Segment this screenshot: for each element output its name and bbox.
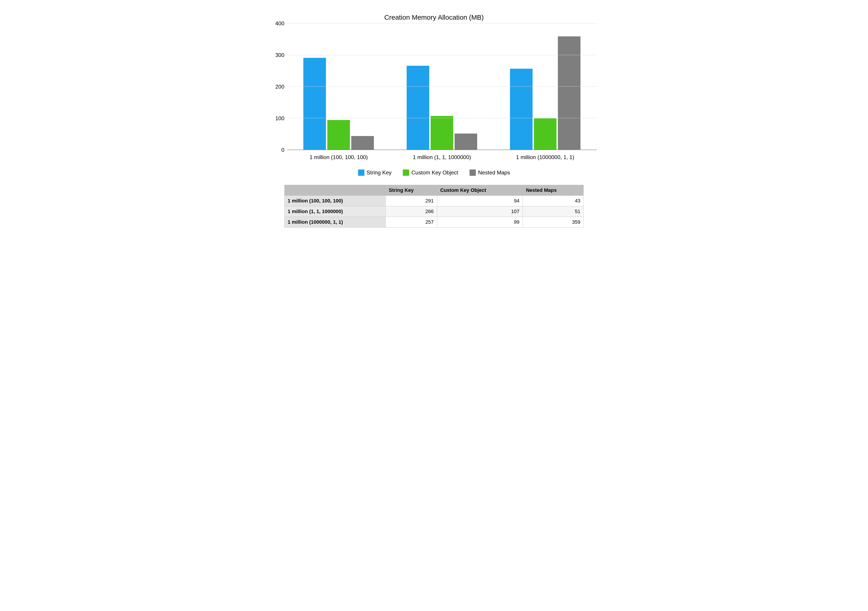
legend-swatch	[403, 170, 409, 176]
table-cell: 266	[386, 206, 437, 217]
table-cell: 43	[522, 196, 583, 206]
table-cell: 257	[386, 217, 437, 227]
y-tick: 400	[275, 20, 284, 27]
bar	[431, 116, 453, 150]
plot-area	[287, 23, 597, 150]
legend-swatch	[470, 170, 476, 176]
bar-groups	[287, 23, 597, 150]
row-header: 1 million (1000000, 1, 1)	[284, 217, 386, 227]
bar-group	[391, 23, 494, 150]
chart-area: 0100200300400	[271, 23, 597, 150]
legend-item: Custom Key Object	[403, 170, 458, 176]
chart-container: Creation Memory Allocation (MB) 01002003…	[271, 14, 597, 227]
grid-line	[287, 118, 597, 118]
grid-line	[287, 86, 597, 87]
table-row: 1 million (1, 1, 1000000)26610751	[284, 206, 584, 217]
legend-label: String Key	[367, 170, 392, 176]
bar	[327, 120, 350, 150]
bar	[303, 58, 326, 150]
legend-label: Custom Key Object	[411, 170, 458, 176]
table-cell: 291	[386, 196, 437, 206]
bar-group	[493, 23, 597, 150]
table-cell: 359	[522, 217, 583, 227]
legend-item: Nested Maps	[470, 170, 510, 176]
chart-title: Creation Memory Allocation (MB)	[271, 14, 597, 21]
col-header: Nested Maps	[522, 185, 583, 196]
row-header: 1 million (100, 100, 100)	[284, 196, 386, 206]
row-header: 1 million (1, 1, 1000000)	[284, 206, 386, 217]
bar	[558, 36, 580, 150]
table-cell: 107	[437, 206, 522, 217]
data-table: String Key Custom Key Object Nested Maps…	[284, 185, 584, 227]
bar	[510, 69, 533, 150]
table-header-row: String Key Custom Key Object Nested Maps	[284, 185, 584, 196]
table-cell: 99	[437, 217, 522, 227]
bar	[454, 133, 477, 150]
bar	[407, 66, 429, 150]
x-tick-label: 1 million (1, 1, 1000000)	[391, 150, 494, 167]
bar	[534, 118, 556, 150]
grid-line	[287, 55, 597, 55]
table-cell: 51	[522, 206, 583, 217]
col-header: Custom Key Object	[437, 185, 522, 196]
legend-swatch	[358, 170, 364, 176]
bar	[351, 136, 374, 150]
table-cell: 94	[437, 196, 522, 206]
x-tick-label: 1 million (1000000, 1, 1)	[493, 150, 597, 167]
x-tick-label: 1 million (100, 100, 100)	[287, 150, 391, 167]
y-tick: 0	[281, 147, 284, 153]
legend: String KeyCustom Key ObjectNested Maps	[271, 167, 597, 185]
y-tick: 200	[275, 84, 284, 90]
bar-group	[287, 23, 391, 150]
table-row: 1 million (100, 100, 100)2919443	[284, 196, 584, 206]
y-tick: 100	[275, 115, 284, 122]
table-corner	[284, 185, 386, 196]
legend-label: Nested Maps	[478, 170, 510, 176]
y-tick: 300	[275, 52, 284, 58]
legend-item: String Key	[358, 170, 392, 176]
x-axis-labels: 1 million (100, 100, 100)1 million (1, 1…	[287, 150, 597, 167]
table-row: 1 million (1000000, 1, 1)25799359	[284, 217, 584, 227]
y-axis: 0100200300400	[271, 23, 287, 150]
col-header: String Key	[386, 185, 437, 196]
